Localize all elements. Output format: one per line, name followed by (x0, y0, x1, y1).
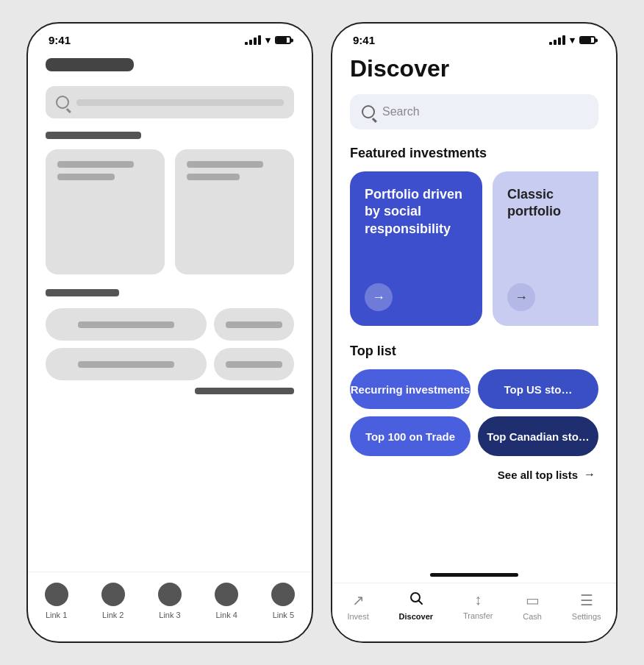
nav-item-transfer[interactable]: ↕ Transfer (463, 591, 493, 620)
home-indicator-container (332, 567, 616, 583)
wireframe-nav-label: Link 4 (215, 611, 237, 619)
wireframe-nav-label: Link 3 (159, 611, 180, 619)
status-time-left: 9:41 (49, 34, 71, 46)
wireframe-nav-dot (45, 583, 68, 606)
wireframe-nav-dot (215, 583, 238, 606)
toplist-chip-0[interactable]: Recurring investments (350, 369, 471, 409)
status-bar-left: 9:41 ▾ (28, 24, 312, 49)
svg-line-1 (418, 601, 422, 605)
featured-section-label: Featured investments (350, 146, 598, 161)
invest-icon: ↗ (352, 591, 365, 609)
wifi-icon: ▾ (265, 35, 271, 46)
featured-card-2-arrow[interactable]: → (507, 283, 535, 311)
page-title: Discover (350, 55, 598, 82)
nav-item-discover[interactable]: Discover (399, 591, 433, 621)
search-icon-wire (56, 96, 69, 109)
wireframe-nav: Link 1 Link 2 Link 3 Link 4 Link 5 (28, 572, 312, 641)
search-bar[interactable]: Search (350, 94, 598, 129)
signal-icon (549, 35, 565, 45)
toplist-chip-2[interactable]: Top 100 on Trade (350, 416, 471, 456)
wireframe-pill (46, 58, 134, 71)
wireframe-card-line (57, 174, 115, 180)
status-time-right: 9:41 (353, 34, 375, 46)
toplist-section-label: Top list (350, 344, 598, 359)
wireframe-card-line (57, 161, 134, 168)
home-indicator (430, 573, 518, 577)
wifi-icon: ▾ (570, 35, 575, 46)
wireframe-nav-dot (271, 583, 295, 606)
wireframe-cards (46, 149, 294, 274)
signal-icon (245, 35, 261, 45)
cash-icon: ▭ (526, 591, 540, 609)
nav-item-cash[interactable]: ▭ Cash (523, 591, 542, 621)
featured-card-1-title: Portfolio driven by social responsibilit… (365, 186, 468, 238)
wireframe-card-line (187, 174, 240, 180)
wireframe-search-bar (76, 99, 284, 106)
wireframe-nav-dot (101, 583, 125, 606)
battery-icon (275, 36, 291, 44)
battery-icon (579, 36, 595, 44)
search-icon (362, 105, 375, 118)
see-all-label: See all top lists (498, 469, 578, 481)
wireframe-chip-small[interactable] (214, 308, 294, 341)
wireframe-chips (46, 308, 294, 380)
wireframe-search[interactable] (46, 86, 294, 118)
bottom-nav: ↗ Invest Discover ↕ Transfer ▭ Cash ☰ Se… (332, 583, 616, 641)
wireframe-chip[interactable] (46, 348, 207, 380)
wireframe-nav-dot (158, 583, 182, 606)
nav-label-cash: Cash (523, 612, 542, 621)
status-bar-right: 9:41 ▾ (332, 24, 616, 49)
wireframe-nav-item-1[interactable]: Link 1 (45, 583, 68, 619)
discover-icon (409, 591, 423, 609)
wireframe-nav-label: Link 5 (273, 611, 294, 619)
see-all-link[interactable]: See all top lists → (350, 468, 598, 481)
toplist-chip-3[interactable]: Top Canadian sto… (478, 416, 598, 456)
wireframe-bottom-line (195, 388, 294, 394)
wireframe-chip-inner (78, 361, 174, 368)
wireframe-nav-item-3[interactable]: Link 3 (158, 583, 182, 619)
search-placeholder: Search (382, 105, 420, 118)
toplist-chip-label-3: Top Canadian sto… (487, 430, 590, 443)
wireframe-nav-item-2[interactable]: Link 2 (101, 583, 125, 619)
wireframe-chip-inner (226, 321, 282, 328)
featured-card-2-title: Classic portfolio (507, 186, 598, 221)
toplist-chip-label-1: Top US sto… (504, 383, 572, 396)
wireframe-line2 (46, 289, 119, 296)
featured-card-1-arrow[interactable]: → (365, 283, 393, 311)
wireframe-line1 (46, 132, 141, 139)
transfer-icon: ↕ (474, 591, 482, 608)
wireframe-card-2 (175, 149, 294, 274)
nav-label-invest: Invest (347, 612, 368, 621)
toplist-chip-1[interactable]: Top US sto… (478, 369, 598, 409)
wireframe-nav-label: Link 1 (46, 611, 67, 619)
status-icons-left: ▾ (245, 35, 291, 46)
nav-label-transfer: Transfer (463, 611, 493, 620)
nav-item-invest[interactable]: ↗ Invest (347, 591, 368, 621)
nav-label-settings: Settings (572, 612, 601, 621)
settings-icon: ☰ (580, 591, 593, 609)
wireframe-chip-row-2 (46, 348, 294, 380)
wireframe-chip-small[interactable] (214, 348, 294, 380)
wireframe-chip-inner (226, 361, 282, 368)
discover-scroll: Discover Search Featured investments Por… (332, 49, 616, 567)
wireframe-card-line (187, 161, 263, 168)
toplist-chip-label-2: Top 100 on Trade (365, 430, 455, 443)
nav-label-discover: Discover (399, 612, 433, 621)
wireframe-content (28, 49, 312, 572)
nav-item-settings[interactable]: ☰ Settings (572, 591, 601, 621)
wireframe-nav-label: Link 2 (102, 611, 124, 619)
left-phone: 9:41 ▾ (26, 22, 313, 643)
right-phone: 9:41 ▾ Discover Search Featured investme… (331, 22, 618, 643)
wireframe-chip-row-1 (46, 308, 294, 341)
wireframe-card-1 (46, 149, 165, 274)
wireframe-nav-item-4[interactable]: Link 4 (215, 583, 238, 619)
wireframe-nav-item-5[interactable]: Link 5 (271, 583, 295, 619)
wireframe-chip[interactable] (46, 308, 207, 341)
featured-card-1[interactable]: Portfolio driven by social responsibilit… (350, 171, 482, 326)
featured-cards: Portfolio driven by social responsibilit… (350, 171, 598, 326)
toplist-grid: Recurring investments Top US sto… Top 10… (350, 369, 598, 456)
status-icons-right: ▾ (549, 35, 595, 46)
featured-card-2[interactable]: Classic portfolio → (493, 171, 598, 326)
see-all-arrow-icon: → (584, 468, 595, 481)
wireframe-chip-inner (78, 321, 174, 328)
